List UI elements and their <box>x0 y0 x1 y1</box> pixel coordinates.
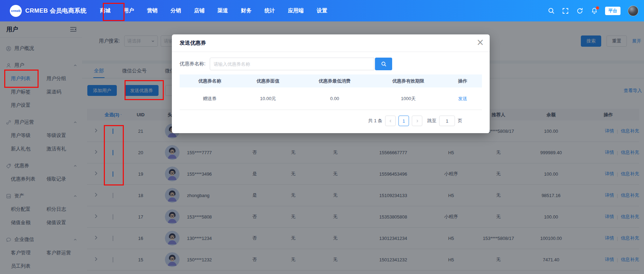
nav-item-分销[interactable]: 分销 <box>170 7 181 14</box>
coupon-header-优惠券面值: 优惠券面值 <box>240 78 296 84</box>
platform-badge[interactable]: 平台 <box>605 7 620 15</box>
fullscreen-icon[interactable] <box>562 7 569 14</box>
coupon-min-spend: 0.00 <box>296 96 373 101</box>
nav-item-应用端[interactable]: 应用端 <box>288 7 304 14</box>
modal-header: 发送优惠券 <box>172 34 490 52</box>
modal-body: 优惠券名称: 优惠券名称优惠券面值优惠券最低消费优惠券有效期限操作 赠送券10.… <box>172 52 490 126</box>
page-unit-label: 页 <box>458 118 462 124</box>
app-logo: crmeb CRMEB 会员电商系统 <box>10 5 87 17</box>
next-page-button[interactable] <box>412 116 422 126</box>
app-root: crmeb CRMEB 会员电商系统 商城用户营销分销店铺渠道财务统计应用端设置… <box>0 0 644 274</box>
user-avatar[interactable] <box>628 6 638 16</box>
coupon-search-button[interactable] <box>375 58 392 70</box>
coupon-header-优惠券最低消费: 优惠券最低消费 <box>296 78 373 84</box>
coupon-name: 赠送券 <box>180 96 240 102</box>
coupon-header-操作: 操作 <box>443 78 482 84</box>
coupon-pagination: 共 1 条 1 跳至 页 <box>180 116 482 126</box>
nav-item-商城[interactable]: 商城 <box>100 7 110 14</box>
logo-icon: crmeb <box>10 5 22 17</box>
coupon-row: 赠送券10.00元0.001000天发送 <box>180 87 482 110</box>
coupon-name-label: 优惠券名称: <box>180 61 210 67</box>
coupon-header-优惠券有效期限: 优惠券有效期限 <box>373 78 443 84</box>
send-coupon-modal: 发送优惠券 × 优惠券名称: 优惠券名称优惠券面值优惠券最低消费优惠券有效期限操… <box>172 34 490 133</box>
nav-item-营销[interactable]: 营销 <box>147 7 157 14</box>
prev-page-button[interactable] <box>385 116 396 126</box>
search-icon[interactable] <box>548 7 555 14</box>
modal-title: 发送优惠券 <box>180 40 206 46</box>
chevron-right-icon <box>415 119 419 123</box>
nav-item-店铺[interactable]: 店铺 <box>194 7 204 14</box>
coupon-table-header: 优惠券名称优惠券面值优惠券最低消费优惠券有效期限操作 <box>180 74 482 87</box>
coupon-name-input[interactable] <box>210 58 374 70</box>
coupon-table-body: 赠送券10.00元0.001000天发送 <box>180 87 482 110</box>
nav-item-用户[interactable]: 用户 <box>123 7 134 14</box>
nav-item-财务[interactable]: 财务 <box>241 7 251 14</box>
refresh-icon[interactable] <box>576 7 583 14</box>
page-1-button[interactable]: 1 <box>398 116 409 126</box>
bell-icon[interactable] <box>591 7 598 14</box>
coupon-header-优惠券名称: 优惠券名称 <box>180 78 240 84</box>
jump-page-input[interactable] <box>439 116 455 126</box>
jump-label: 跳至 <box>427 118 436 124</box>
app-title: CRMEB 会员电商系统 <box>25 7 87 15</box>
coupon-validity: 1000天 <box>373 96 443 102</box>
notification-badge <box>596 6 599 9</box>
close-icon[interactable]: × <box>476 38 484 47</box>
chevron-left-icon <box>389 119 393 123</box>
nav-item-渠道[interactable]: 渠道 <box>217 7 228 14</box>
magnifier-icon <box>381 61 387 67</box>
nav-item-设置[interactable]: 设置 <box>317 7 327 14</box>
send-link[interactable]: 发送 <box>458 96 467 101</box>
coupon-value: 10.00元 <box>240 96 296 102</box>
top-navbar: crmeb CRMEB 会员电商系统 商城用户营销分销店铺渠道财务统计应用端设置… <box>0 0 644 21</box>
coupon-search-form: 优惠券名称: <box>180 58 482 70</box>
coupon-table: 优惠券名称优惠券面值优惠券最低消费优惠券有效期限操作 赠送券10.00元0.00… <box>180 74 482 110</box>
main-nav: 商城用户营销分销店铺渠道财务统计应用端设置 <box>100 7 327 14</box>
nav-item-统计[interactable]: 统计 <box>264 7 275 14</box>
navbar-actions: 平台 <box>548 6 638 16</box>
total-count: 共 1 条 <box>368 118 382 124</box>
